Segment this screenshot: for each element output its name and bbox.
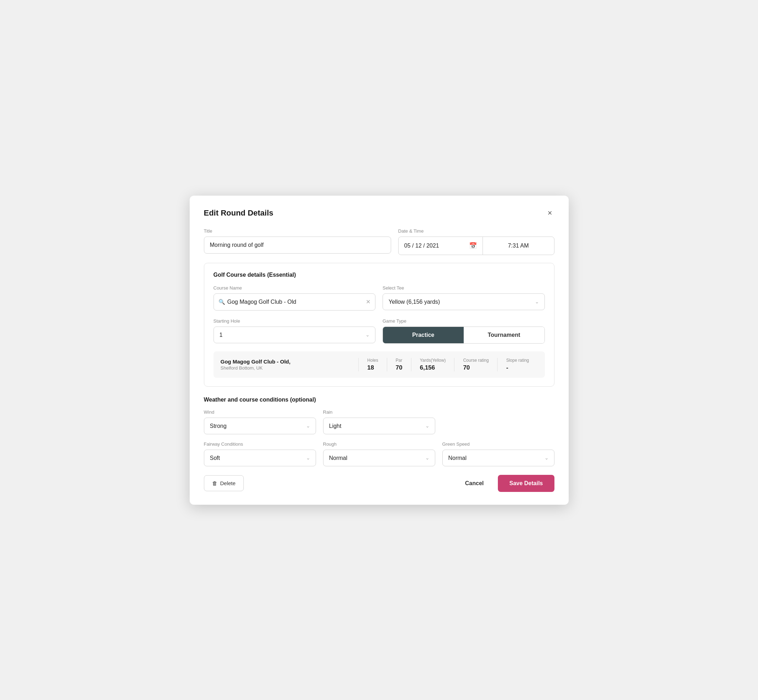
- wind-dropdown[interactable]: None Light Moderate Strong: [204, 417, 316, 434]
- holes-stat: Holes 18: [359, 358, 387, 371]
- rain-select-wrap: None Light Moderate Heavy ⌄: [323, 417, 435, 434]
- fairway-dropdown[interactable]: Soft Normal Hard: [204, 450, 316, 466]
- par-label: Par: [396, 358, 402, 363]
- edit-round-modal: Edit Round Details × Title Date & Time 0…: [190, 195, 568, 505]
- rough-label: Rough: [323, 441, 435, 447]
- wind-group: Wind None Light Moderate Strong ⌄: [204, 409, 316, 434]
- time-value: 7:31 AM: [508, 242, 529, 249]
- yards-value: 6,156: [420, 364, 435, 371]
- cancel-button[interactable]: Cancel: [459, 477, 489, 490]
- title-date-row: Title Date & Time 05 / 12 / 2021 📅 7:31 …: [204, 228, 554, 255]
- rough-group: Rough Soft Normal Hard ⌄: [323, 441, 435, 466]
- clear-icon[interactable]: ✕: [366, 298, 370, 305]
- title-input[interactable]: [204, 236, 391, 254]
- course-name-label: Course Name: [213, 285, 376, 291]
- date-time-row: 05 / 12 / 2021 📅 7:31 AM: [398, 236, 554, 255]
- starting-hole-dropdown[interactable]: 1 2 10: [213, 327, 376, 343]
- title-group: Title: [204, 228, 391, 255]
- trash-icon: 🗑: [212, 480, 218, 486]
- weather-section: Weather and course conditions (optional)…: [204, 397, 554, 466]
- starting-hole-label: Starting Hole: [213, 318, 376, 324]
- green-speed-dropdown[interactable]: Slow Normal Fast: [442, 450, 554, 466]
- practice-button[interactable]: Practice: [383, 327, 464, 343]
- course-info-box: Gog Magog Golf Club - Old, Shelford Bott…: [213, 352, 545, 378]
- rough-dropdown[interactable]: Soft Normal Hard: [323, 450, 435, 466]
- conditions-row: Fairway Conditions Soft Normal Hard ⌄ Ro…: [204, 441, 554, 466]
- yards-label: Yards(Yellow): [420, 358, 446, 363]
- rain-group: Rain None Light Moderate Heavy ⌄: [323, 409, 435, 434]
- date-time-label: Date & Time: [398, 228, 554, 234]
- starting-hole-wrap: 1 2 10 ⌄: [213, 327, 376, 343]
- course-rating-value: 70: [463, 364, 470, 371]
- slope-rating-value: -: [506, 364, 508, 371]
- course-info-name-text: Gog Magog Golf Club - Old,: [221, 359, 359, 364]
- wind-rain-row: Wind None Light Moderate Strong ⌄ Rain N…: [204, 409, 554, 434]
- green-speed-label: Green Speed: [442, 441, 554, 447]
- course-name-group: Course Name 🔍 ✕: [213, 285, 376, 311]
- course-info-name: Gog Magog Golf Club - Old, Shelford Bott…: [221, 359, 359, 370]
- footer-right: Cancel Save Details: [459, 475, 554, 492]
- wind-label: Wind: [204, 409, 316, 415]
- rough-select-wrap: Soft Normal Hard ⌄: [323, 450, 435, 466]
- date-value: 05 / 12 / 2021: [404, 242, 466, 249]
- holes-label: Holes: [367, 358, 378, 363]
- starting-hole-group: Starting Hole 1 2 10 ⌄: [213, 318, 376, 344]
- par-value: 70: [396, 364, 402, 371]
- rain-label: Rain: [323, 409, 435, 415]
- golf-course-section: Golf Course details (Essential) Course N…: [204, 263, 554, 387]
- course-info-location: Shelford Bottom, UK: [221, 365, 359, 370]
- holes-value: 18: [367, 364, 374, 371]
- time-field[interactable]: 7:31 AM: [483, 237, 554, 255]
- weather-section-title: Weather and course conditions (optional): [204, 397, 554, 403]
- select-tee-dropdown[interactable]: Yellow (6,156 yards) White Red Blue: [382, 294, 545, 310]
- title-label: Title: [204, 228, 391, 234]
- hole-gametype-row: Starting Hole 1 2 10 ⌄ Game Type Practic…: [213, 318, 545, 344]
- select-tee-label: Select Tee: [382, 285, 545, 291]
- green-speed-group: Green Speed Slow Normal Fast ⌄: [442, 441, 554, 466]
- tournament-button[interactable]: Tournament: [464, 327, 545, 343]
- slope-rating-stat: Slope rating -: [497, 358, 537, 371]
- green-speed-select-wrap: Slow Normal Fast ⌄: [442, 450, 554, 466]
- course-rating-stat: Course rating 70: [454, 358, 497, 371]
- course-stats: Holes 18 Par 70 Yards(Yellow) 6,156 Cour…: [359, 358, 537, 371]
- delete-label: Delete: [220, 480, 236, 486]
- footer-row: 🗑 Delete Cancel Save Details: [204, 475, 554, 492]
- game-type-group: Game Type Practice Tournament: [382, 318, 545, 344]
- slope-rating-label: Slope rating: [506, 358, 529, 363]
- search-icon: 🔍: [219, 299, 225, 305]
- calendar-icon: 📅: [469, 242, 477, 250]
- close-button[interactable]: ×: [545, 208, 554, 218]
- fairway-select-wrap: Soft Normal Hard ⌄: [204, 450, 316, 466]
- game-type-label: Game Type: [382, 318, 545, 324]
- game-type-toggle: Practice Tournament: [382, 327, 545, 344]
- date-field[interactable]: 05 / 12 / 2021 📅: [399, 237, 483, 255]
- wind-select-wrap: None Light Moderate Strong ⌄: [204, 417, 316, 434]
- course-name-input[interactable]: [213, 294, 376, 311]
- par-stat: Par 70: [387, 358, 411, 371]
- select-tee-group: Select Tee Yellow (6,156 yards) White Re…: [382, 285, 545, 311]
- modal-header: Edit Round Details ×: [204, 208, 554, 218]
- course-name-search-wrap: 🔍 ✕: [213, 294, 376, 311]
- fairway-label: Fairway Conditions: [204, 441, 316, 447]
- course-tee-row: Course Name 🔍 ✕ Select Tee Yellow (6,156…: [213, 285, 545, 311]
- select-tee-wrap: Yellow (6,156 yards) White Red Blue ⌄: [382, 294, 545, 310]
- rain-dropdown[interactable]: None Light Moderate Heavy: [323, 417, 435, 434]
- fairway-group: Fairway Conditions Soft Normal Hard ⌄: [204, 441, 316, 466]
- save-button[interactable]: Save Details: [498, 475, 554, 492]
- yards-stat: Yards(Yellow) 6,156: [411, 358, 454, 371]
- delete-button[interactable]: 🗑 Delete: [204, 475, 244, 491]
- date-time-group: Date & Time 05 / 12 / 2021 📅 7:31 AM: [398, 228, 554, 255]
- modal-title: Edit Round Details: [204, 208, 274, 218]
- golf-course-section-title: Golf Course details (Essential): [213, 272, 545, 278]
- course-rating-label: Course rating: [463, 358, 489, 363]
